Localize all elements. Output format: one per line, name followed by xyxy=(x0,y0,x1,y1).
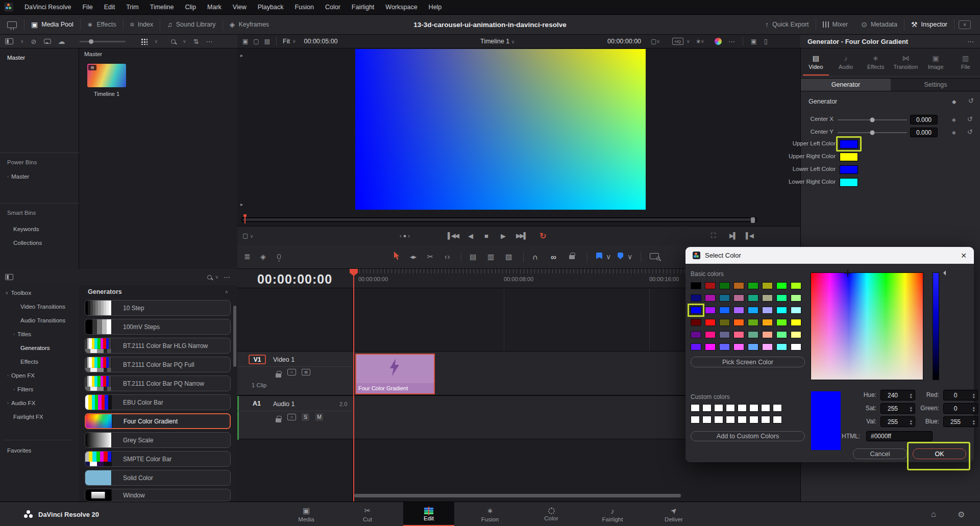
position-lock-icon[interactable] xyxy=(569,253,575,261)
bin-panel-icon[interactable] xyxy=(5,38,13,44)
generator-item[interactable]: Window xyxy=(85,489,231,502)
color-swatch[interactable] xyxy=(691,404,700,412)
marker-icon[interactable] xyxy=(618,253,623,261)
color-swatch[interactable] xyxy=(749,416,758,423)
timeline-playhead[interactable] xyxy=(353,269,354,502)
media-search-icon[interactable] xyxy=(171,39,176,44)
generator-item[interactable]: 10 Step xyxy=(85,300,231,316)
color-swatch[interactable] xyxy=(714,416,723,423)
screen-pin-icon[interactable] xyxy=(0,21,24,28)
stepper-icons[interactable]: ▲▼ xyxy=(972,390,975,401)
generator-item[interactable]: Grey Scale xyxy=(85,432,231,448)
menu-workspace[interactable]: Workspace xyxy=(385,4,417,11)
generator-item[interactable]: BT.2111 Color Bar HLG Narrow xyxy=(85,338,231,354)
color-swatch[interactable] xyxy=(714,404,723,412)
video-track-badge[interactable]: V1 xyxy=(249,355,266,364)
color-swatch[interactable] xyxy=(791,343,801,350)
tab-transition[interactable]: ⋈Transition xyxy=(891,48,921,76)
tab-video[interactable]: ▤Video xyxy=(801,48,831,76)
menu-davinci-resolve[interactable]: DaVinci Resolve xyxy=(24,4,71,11)
razor-edit-mode-icon[interactable]: ✂ xyxy=(427,253,433,261)
timeline-thumb-label[interactable]: Timeline 1 xyxy=(79,91,134,97)
color-swatch[interactable] xyxy=(776,343,787,350)
color-swatch[interactable] xyxy=(691,319,701,326)
stacked-timelines-icon[interactable]: ◈ xyxy=(260,253,266,261)
resolution-frame-icon[interactable]: ▢ ∨ xyxy=(651,38,660,45)
upper-left-color-swatch[interactable] xyxy=(840,140,858,148)
color-swatch[interactable] xyxy=(791,307,801,314)
color-swatch[interactable] xyxy=(705,294,716,302)
overwrite-clip-icon[interactable]: ▥ xyxy=(487,253,494,261)
color-enhance-icon[interactable] xyxy=(715,38,722,45)
subtab-settings[interactable]: Settings xyxy=(891,79,980,91)
color-swatch[interactable] xyxy=(762,282,773,289)
audio-track-header[interactable]: A1 Audio 1 2.0 ‹› S M xyxy=(237,395,352,439)
menu-clip[interactable]: Clip xyxy=(185,4,197,11)
lower-left-color-swatch[interactable] xyxy=(840,165,858,174)
clip-timecode[interactable]: 00:00:05:00 xyxy=(304,38,338,45)
tab-file[interactable]: ▥File xyxy=(950,48,980,76)
color-swatch[interactable] xyxy=(719,331,730,338)
reset-icon[interactable]: ↺ xyxy=(967,115,973,123)
color-swatch[interactable] xyxy=(719,294,730,302)
center-x-slider[interactable] xyxy=(838,119,907,120)
color-swatch[interactable] xyxy=(748,319,758,326)
timeline-selector[interactable]: Timeline 1 ∨ xyxy=(480,38,514,45)
smart-bins-header[interactable]: Smart Bins xyxy=(0,208,79,217)
color-swatch[interactable] xyxy=(762,294,773,302)
timeline-timecode-display[interactable]: 00:00:00:00 xyxy=(237,272,352,287)
audio-track-name[interactable]: Audio 1 xyxy=(273,400,295,408)
menu-timeline[interactable]: Timeline xyxy=(150,4,174,11)
generator-item[interactable]: EBU Color Bar xyxy=(85,394,231,410)
viewer-more-icon[interactable]: ⋯ xyxy=(728,38,735,45)
mixer-button[interactable]: Mixer xyxy=(816,15,855,34)
go-to-first-frame-button[interactable]: ▌◀◀ xyxy=(448,232,458,239)
solo-button[interactable]: S xyxy=(302,413,309,421)
viewer-filmstrip-icon[interactable]: ▤ xyxy=(264,38,270,45)
color-swatch[interactable] xyxy=(762,319,773,326)
track-lock-icon[interactable] xyxy=(276,415,281,424)
reset-icon[interactable]: ↺ xyxy=(967,128,973,136)
video-track-name[interactable]: Video 1 xyxy=(273,356,295,363)
tree-filters[interactable]: ›Filters xyxy=(0,385,79,394)
voiceover-mic-icon[interactable] xyxy=(277,253,281,261)
color-swatch[interactable] xyxy=(748,294,758,302)
tree-effects[interactable]: Effects xyxy=(0,357,79,366)
tree-fairlight-fx[interactable]: Fairlight FX xyxy=(0,412,79,421)
timeline-clip-four-color-gradient[interactable]: Four Color Gradient xyxy=(355,354,435,394)
track-filmstrip-icon[interactable]: ▤ xyxy=(302,369,310,375)
dialog-close-icon[interactable]: ✕ xyxy=(961,252,967,260)
tree-titles[interactable]: ›Titles xyxy=(0,330,79,339)
auto-track-selector-icon[interactable]: ‹› xyxy=(287,369,296,375)
selection-tool-icon[interactable] xyxy=(393,252,401,262)
effects-more-icon[interactable]: ⋯ xyxy=(224,273,230,281)
viewer-scrub-bar[interactable] xyxy=(241,217,757,222)
media-pool-button[interactable]: ▣Media Pool xyxy=(24,15,80,34)
sound-library-button[interactable]: ♫Sound Library xyxy=(160,15,222,34)
red-input[interactable]: 0▲▼ xyxy=(943,390,978,400)
tree-video-transitions[interactable]: Video Transitions xyxy=(0,302,79,311)
color-swatch[interactable] xyxy=(733,319,744,326)
quick-export-button[interactable]: ↑Quick Export xyxy=(758,15,816,34)
color-swatch[interactable] xyxy=(762,307,773,314)
tree-audio-fx[interactable]: ›Audio FX xyxy=(0,398,79,408)
color-swatch[interactable] xyxy=(762,331,773,338)
page-color[interactable]: Color xyxy=(526,502,577,526)
hue-saturation-picker[interactable] xyxy=(811,272,923,380)
tab-image[interactable]: ▣Image xyxy=(921,48,951,76)
match-frame-icon[interactable]: ⛶ xyxy=(711,232,716,240)
color-swatch[interactable] xyxy=(776,319,787,326)
smart-bin-keywords[interactable]: Keywords xyxy=(0,224,79,234)
settings-gear-icon[interactable]: ⚙ xyxy=(958,510,965,519)
menu-trim[interactable]: Trim xyxy=(126,4,139,11)
color-swatch[interactable] xyxy=(733,343,744,350)
color-swatch[interactable] xyxy=(733,307,744,314)
color-swatch[interactable] xyxy=(761,416,770,423)
linked-selection-icon[interactable]: ∞ xyxy=(551,253,556,261)
play-button[interactable]: ▶ xyxy=(501,232,506,240)
color-swatch[interactable] xyxy=(738,416,747,423)
page-cut[interactable]: ✂Cut xyxy=(342,502,393,526)
generator-item[interactable]: BT.2111 Color Bar PQ Full xyxy=(85,357,231,372)
inspector-button[interactable]: ⚒Inspector xyxy=(904,15,954,34)
page-fusion[interactable]: ∗Fusion xyxy=(464,502,516,526)
